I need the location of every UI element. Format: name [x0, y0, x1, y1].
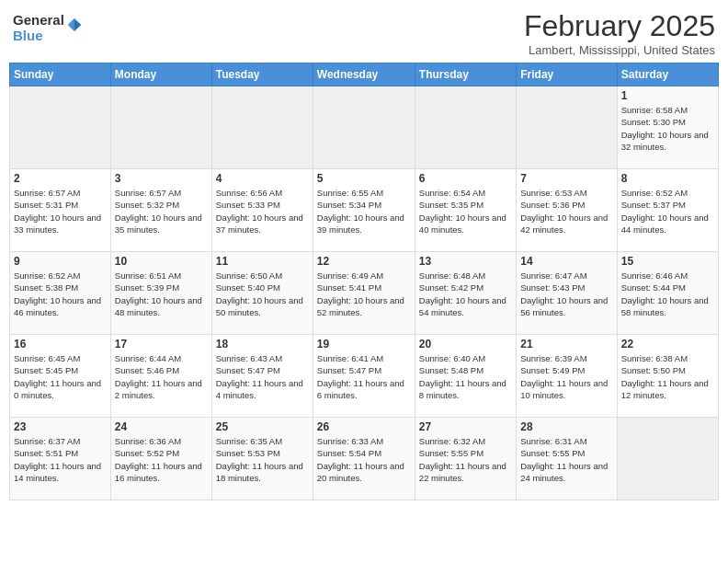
calendar-cell: 12Sunrise: 6:49 AM Sunset: 5:41 PM Dayli… [313, 252, 415, 335]
day-info: Sunrise: 6:45 AM Sunset: 5:45 PM Dayligh… [14, 352, 107, 401]
weekday-header-tuesday: Tuesday [211, 63, 313, 86]
day-info: Sunrise: 6:57 AM Sunset: 5:31 PM Dayligh… [14, 187, 107, 236]
day-number: 12 [317, 255, 411, 268]
day-info: Sunrise: 6:48 AM Sunset: 5:42 PM Dayligh… [419, 270, 512, 318]
day-info: Sunrise: 6:57 AM Sunset: 5:32 PM Dayligh… [115, 187, 208, 236]
logo-general: General [13, 13, 64, 29]
day-number: 8 [621, 172, 714, 185]
day-info: Sunrise: 6:36 AM Sunset: 5:52 PM Dayligh… [115, 435, 208, 484]
day-info: Sunrise: 6:56 AM Sunset: 5:33 PM Dayligh… [216, 187, 309, 236]
weekday-header-row: SundayMondayTuesdayWednesdayThursdayFrid… [10, 63, 719, 86]
calendar-week-5: 23Sunrise: 6:37 AM Sunset: 5:51 PM Dayli… [10, 418, 719, 500]
calendar-cell: 2Sunrise: 6:57 AM Sunset: 5:31 PM Daylig… [10, 169, 111, 252]
logo-icon [66, 17, 83, 33]
calendar-cell: 9Sunrise: 6:52 AM Sunset: 5:38 PM Daylig… [10, 252, 111, 335]
day-number: 9 [14, 255, 107, 268]
calendar-cell: 5Sunrise: 6:55 AM Sunset: 5:34 PM Daylig… [313, 169, 415, 252]
day-info: Sunrise: 6:35 AM Sunset: 5:53 PM Dayligh… [216, 435, 309, 484]
day-number: 20 [419, 338, 512, 350]
calendar: SundayMondayTuesdayWednesdayThursdayFrid… [9, 63, 719, 500]
day-info: Sunrise: 6:58 AM Sunset: 5:30 PM Dayligh… [621, 104, 714, 153]
calendar-cell: 23Sunrise: 6:37 AM Sunset: 5:51 PM Dayli… [10, 418, 111, 500]
calendar-cell: 17Sunrise: 6:44 AM Sunset: 5:46 PM Dayli… [110, 335, 211, 418]
page-header: General Blue February 2025 Lambert, Miss… [9, 9, 719, 57]
month-year: February 2025 [524, 9, 715, 43]
day-number: 24 [115, 420, 208, 433]
day-info: Sunrise: 6:43 AM Sunset: 5:47 PM Dayligh… [216, 352, 309, 401]
day-number: 19 [317, 338, 411, 350]
logo: General Blue [13, 13, 83, 43]
calendar-cell: 18Sunrise: 6:43 AM Sunset: 5:47 PM Dayli… [211, 335, 313, 418]
day-number: 27 [419, 420, 512, 433]
day-number: 14 [520, 255, 612, 268]
day-info: Sunrise: 6:40 AM Sunset: 5:48 PM Dayligh… [419, 352, 512, 401]
calendar-cell: 8Sunrise: 6:52 AM Sunset: 5:37 PM Daylig… [617, 169, 718, 252]
calendar-cell: 3Sunrise: 6:57 AM Sunset: 5:32 PM Daylig… [110, 169, 211, 252]
day-info: Sunrise: 6:53 AM Sunset: 5:36 PM Dayligh… [520, 187, 612, 236]
day-info: Sunrise: 6:33 AM Sunset: 5:54 PM Dayligh… [317, 435, 411, 484]
day-number: 16 [14, 338, 107, 350]
calendar-cell: 21Sunrise: 6:39 AM Sunset: 5:49 PM Dayli… [517, 335, 617, 418]
day-number: 23 [14, 420, 107, 433]
calendar-cell: 26Sunrise: 6:33 AM Sunset: 5:54 PM Dayli… [313, 418, 415, 500]
day-info: Sunrise: 6:54 AM Sunset: 5:35 PM Dayligh… [419, 187, 512, 236]
day-info: Sunrise: 6:41 AM Sunset: 5:47 PM Dayligh… [317, 352, 411, 401]
day-number: 10 [115, 255, 208, 268]
calendar-cell: 7Sunrise: 6:53 AM Sunset: 5:36 PM Daylig… [517, 169, 617, 252]
calendar-cell: 28Sunrise: 6:31 AM Sunset: 5:55 PM Dayli… [517, 418, 617, 500]
calendar-cell: 13Sunrise: 6:48 AM Sunset: 5:42 PM Dayli… [415, 252, 516, 335]
day-info: Sunrise: 6:32 AM Sunset: 5:55 PM Dayligh… [419, 435, 512, 484]
calendar-cell [10, 86, 111, 169]
weekday-header-wednesday: Wednesday [313, 63, 415, 86]
day-info: Sunrise: 6:52 AM Sunset: 5:38 PM Dayligh… [14, 270, 107, 318]
day-number: 13 [419, 255, 512, 268]
svg-marker-1 [74, 19, 81, 29]
calendar-cell: 19Sunrise: 6:41 AM Sunset: 5:47 PM Dayli… [313, 335, 415, 418]
calendar-cell: 25Sunrise: 6:35 AM Sunset: 5:53 PM Dayli… [211, 418, 313, 500]
day-number: 17 [115, 338, 208, 350]
day-info: Sunrise: 6:49 AM Sunset: 5:41 PM Dayligh… [317, 270, 411, 318]
calendar-cell: 4Sunrise: 6:56 AM Sunset: 5:33 PM Daylig… [211, 169, 313, 252]
day-number: 22 [621, 338, 714, 350]
calendar-cell [415, 86, 516, 169]
day-number: 1 [621, 89, 714, 102]
calendar-cell: 10Sunrise: 6:51 AM Sunset: 5:39 PM Dayli… [110, 252, 211, 335]
day-info: Sunrise: 6:52 AM Sunset: 5:37 PM Dayligh… [621, 187, 714, 236]
day-info: Sunrise: 6:51 AM Sunset: 5:39 PM Dayligh… [115, 270, 208, 318]
day-number: 26 [317, 420, 411, 433]
calendar-cell: 22Sunrise: 6:38 AM Sunset: 5:50 PM Dayli… [617, 335, 718, 418]
day-number: 3 [115, 172, 208, 185]
calendar-week-1: 1Sunrise: 6:58 AM Sunset: 5:30 PM Daylig… [10, 86, 719, 169]
weekday-header-saturday: Saturday [617, 63, 718, 86]
day-number: 18 [216, 338, 309, 350]
weekday-header-thursday: Thursday [415, 63, 516, 86]
day-info: Sunrise: 6:50 AM Sunset: 5:40 PM Dayligh… [216, 270, 309, 318]
day-info: Sunrise: 6:31 AM Sunset: 5:55 PM Dayligh… [520, 435, 612, 484]
calendar-cell: 20Sunrise: 6:40 AM Sunset: 5:48 PM Dayli… [415, 335, 516, 418]
day-info: Sunrise: 6:39 AM Sunset: 5:49 PM Dayligh… [520, 352, 612, 401]
calendar-week-3: 9Sunrise: 6:52 AM Sunset: 5:38 PM Daylig… [10, 252, 719, 335]
calendar-cell [110, 86, 211, 169]
weekday-header-monday: Monday [110, 63, 211, 86]
calendar-cell: 24Sunrise: 6:36 AM Sunset: 5:52 PM Dayli… [110, 418, 211, 500]
weekday-header-friday: Friday [517, 63, 617, 86]
day-info: Sunrise: 6:37 AM Sunset: 5:51 PM Dayligh… [14, 435, 107, 484]
day-info: Sunrise: 6:44 AM Sunset: 5:46 PM Dayligh… [115, 352, 208, 401]
day-number: 11 [216, 255, 309, 268]
day-info: Sunrise: 6:46 AM Sunset: 5:44 PM Dayligh… [621, 270, 714, 318]
day-info: Sunrise: 6:38 AM Sunset: 5:50 PM Dayligh… [621, 352, 714, 401]
day-number: 25 [216, 420, 309, 433]
calendar-cell: 11Sunrise: 6:50 AM Sunset: 5:40 PM Dayli… [211, 252, 313, 335]
calendar-cell: 14Sunrise: 6:47 AM Sunset: 5:43 PM Dayli… [517, 252, 617, 335]
day-info: Sunrise: 6:55 AM Sunset: 5:34 PM Dayligh… [317, 187, 411, 236]
day-number: 2 [14, 172, 107, 185]
calendar-week-4: 16Sunrise: 6:45 AM Sunset: 5:45 PM Dayli… [10, 335, 719, 418]
weekday-header-sunday: Sunday [10, 63, 111, 86]
day-number: 21 [520, 338, 612, 350]
calendar-cell: 16Sunrise: 6:45 AM Sunset: 5:45 PM Dayli… [10, 335, 111, 418]
title-area: February 2025 Lambert, Mississippi, Unit… [524, 9, 715, 57]
day-number: 5 [317, 172, 411, 185]
day-number: 4 [216, 172, 309, 185]
calendar-cell: 15Sunrise: 6:46 AM Sunset: 5:44 PM Dayli… [617, 252, 718, 335]
calendar-cell: 6Sunrise: 6:54 AM Sunset: 5:35 PM Daylig… [415, 169, 516, 252]
